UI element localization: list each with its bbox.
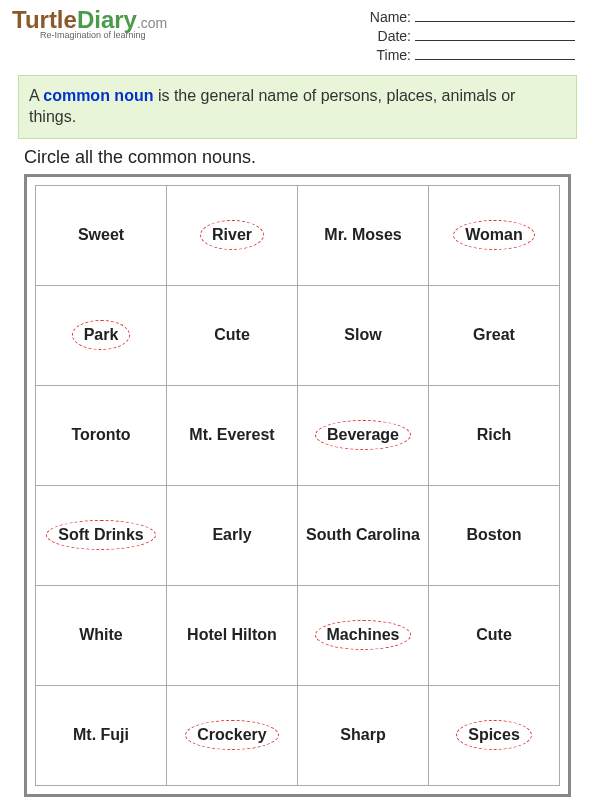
date-blank[interactable] (415, 27, 575, 41)
word-cell[interactable]: Rich (429, 386, 560, 486)
circled-word: Beverage (321, 422, 405, 448)
logo-part2: Diary (77, 6, 137, 33)
word-cell[interactable]: White (36, 586, 167, 686)
word-cell[interactable]: River (167, 186, 298, 286)
word: Early (206, 522, 257, 548)
word: Sharp (334, 722, 391, 748)
logo-part1: Turtle (12, 6, 77, 33)
word: Boston (460, 522, 527, 548)
word: Toronto (65, 422, 136, 448)
word-cell[interactable]: South Carolina (298, 486, 429, 586)
word-grid: SweetRiverMr. MosesWomanParkCuteSlowGrea… (35, 185, 560, 786)
word-cell[interactable]: Early (167, 486, 298, 586)
word: Great (467, 322, 521, 348)
logo-dotcom: .com (137, 15, 167, 31)
circled-word: Crockery (191, 722, 272, 748)
logo: TurtleDiary.com Re-Imagination of learni… (12, 8, 167, 65)
circled-word: River (206, 222, 258, 248)
word: Mt. Everest (183, 422, 280, 448)
word-cell[interactable]: Mt. Fuji (36, 686, 167, 786)
word: Mr. Moses (318, 222, 407, 248)
student-info: Name: Date: Time: (361, 8, 575, 65)
word-cell[interactable]: Toronto (36, 386, 167, 486)
word-cell[interactable]: Soft Drinks (36, 486, 167, 586)
word: Cute (208, 322, 256, 348)
worksheet-header: TurtleDiary.com Re-Imagination of learni… (0, 0, 595, 69)
word-cell[interactable]: Cute (167, 286, 298, 386)
word-cell[interactable]: Slow (298, 286, 429, 386)
word-cell[interactable]: Machines (298, 586, 429, 686)
word-cell[interactable]: Boston (429, 486, 560, 586)
word-cell[interactable]: Mr. Moses (298, 186, 429, 286)
time-label: Time: (361, 47, 411, 63)
definition-prefix: A (29, 87, 43, 104)
word: Rich (471, 422, 518, 448)
logo-text: TurtleDiary.com (12, 8, 167, 32)
word: Sweet (72, 222, 130, 248)
date-line: Date: (361, 27, 575, 44)
logo-tagline: Re-Imagination of learning (40, 30, 167, 40)
word-cell[interactable]: Woman (429, 186, 560, 286)
word: Slow (338, 322, 387, 348)
instruction-text: Circle all the common nouns. (24, 147, 571, 168)
word-cell[interactable]: Sharp (298, 686, 429, 786)
word-cell[interactable]: Cute (429, 586, 560, 686)
word-cell[interactable]: Park (36, 286, 167, 386)
word-cell[interactable]: Hotel Hilton (167, 586, 298, 686)
definition-box: A common noun is the general name of per… (18, 75, 577, 139)
word-cell[interactable]: Spices (429, 686, 560, 786)
word-cell[interactable]: Mt. Everest (167, 386, 298, 486)
name-label: Name: (361, 9, 411, 25)
word: Mt. Fuji (67, 722, 135, 748)
time-blank[interactable] (415, 46, 575, 60)
word: Cute (470, 622, 518, 648)
name-line: Name: (361, 8, 575, 25)
word-cell[interactable]: Great (429, 286, 560, 386)
word-cell[interactable]: Crockery (167, 686, 298, 786)
name-blank[interactable] (415, 8, 575, 22)
word-cell[interactable]: Beverage (298, 386, 429, 486)
word-grid-frame: SweetRiverMr. MosesWomanParkCuteSlowGrea… (24, 174, 571, 797)
word: South Carolina (300, 522, 426, 548)
circled-word: Park (78, 322, 125, 348)
circled-word: Woman (459, 222, 528, 248)
circled-word: Machines (321, 622, 406, 648)
date-label: Date: (361, 28, 411, 44)
definition-keyword: common noun (43, 87, 153, 104)
time-line: Time: (361, 46, 575, 63)
circled-word: Soft Drinks (52, 522, 149, 548)
word: Hotel Hilton (181, 622, 283, 648)
word: White (73, 622, 129, 648)
circled-word: Spices (462, 722, 526, 748)
word-cell[interactable]: Sweet (36, 186, 167, 286)
